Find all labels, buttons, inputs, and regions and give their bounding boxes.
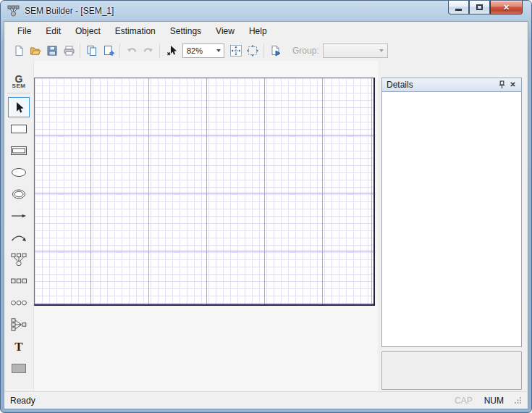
- menu-estimation[interactable]: Estimation: [108, 24, 163, 38]
- maximize-button[interactable]: [469, 1, 490, 14]
- tool-measurement-component[interactable]: [8, 249, 30, 270]
- gsem-logo: G SEM: [12, 74, 26, 89]
- pin-panel-button[interactable]: [497, 80, 507, 91]
- covariance-arc-icon: [10, 233, 28, 243]
- details-panel-header[interactable]: Details ✕: [381, 78, 522, 92]
- statusbar: Ready CAP NUM: [4, 391, 528, 409]
- window-controls: ✕: [448, 1, 523, 14]
- push-pin-icon: [498, 80, 506, 89]
- status-message: Ready: [10, 396, 35, 406]
- app-window: SEM Builder - [SEM_1] ✕ File Edit Object…: [0, 0, 532, 413]
- rectangle-icon: [10, 122, 28, 135]
- path-arrow-icon: [10, 212, 28, 220]
- copy-icon: [86, 45, 98, 57]
- close-panel-button[interactable]: ✕: [507, 80, 518, 91]
- new-button[interactable]: [10, 43, 27, 59]
- chevron-down-icon: [379, 49, 384, 52]
- tool-set-of-latent-variables[interactable]: [8, 184, 30, 204]
- menu-help[interactable]: Help: [242, 24, 274, 38]
- text-tool-icon: T: [14, 341, 22, 353]
- group-dropdown-button[interactable]: [376, 44, 387, 57]
- toolbar-separator: [119, 43, 120, 58]
- zoom-dropdown-button[interactable]: [213, 44, 224, 57]
- fit-canvas-icon: [246, 44, 259, 57]
- toolbar-separator: [80, 43, 80, 58]
- minimize-button[interactable]: [448, 1, 469, 14]
- tool-area[interactable]: [8, 358, 30, 378]
- undo-icon: [126, 45, 138, 57]
- menu-object[interactable]: Object: [68, 24, 108, 38]
- render-button[interactable]: [267, 43, 284, 59]
- fit-canvas-button[interactable]: [244, 43, 261, 59]
- pointer-button[interactable]: [163, 43, 180, 59]
- zoom-level-combo[interactable]: 82%: [182, 43, 224, 58]
- tool-text[interactable]: T: [8, 336, 30, 356]
- window-body: File Edit Object Estimation Settings Vie…: [4, 21, 528, 409]
- tool-latent-variable[interactable]: [8, 162, 30, 183]
- double-ellipse-icon: [10, 188, 28, 201]
- menu-settings[interactable]: Settings: [163, 24, 208, 38]
- diagram-canvas[interactable]: [34, 78, 375, 306]
- tool-path[interactable]: [8, 206, 30, 226]
- render-page-icon: [270, 45, 282, 57]
- open-button[interactable]: [27, 43, 43, 59]
- paste-add-button[interactable]: [100, 43, 117, 59]
- gsem-logo-line2: SEM: [12, 83, 26, 89]
- menu-view[interactable]: View: [208, 24, 242, 38]
- tool-latent-variables-set[interactable]: [8, 293, 30, 313]
- details-title: Details: [387, 80, 413, 90]
- minimize-icon: [455, 9, 462, 11]
- ellipse-icon: [10, 166, 28, 179]
- tool-observed-variables-set[interactable]: [8, 271, 30, 291]
- group-combo[interactable]: [323, 43, 388, 58]
- chevron-down-icon: [216, 49, 221, 52]
- tool-select[interactable]: [8, 97, 30, 117]
- open-folder-icon: [30, 45, 41, 57]
- copy-button[interactable]: [83, 43, 100, 59]
- paste-add-icon: [103, 45, 114, 57]
- fit-selection-icon: [229, 44, 242, 57]
- tool-covariance[interactable]: [8, 228, 30, 248]
- window-title: SEM Builder - [SEM_1]: [25, 6, 114, 16]
- measurement-component-icon: [10, 252, 28, 267]
- three-squares-icon: [10, 278, 28, 285]
- select-cursor-icon: [13, 101, 25, 114]
- toolbar-separator: [159, 43, 160, 58]
- toolbar: 82%: [4, 41, 528, 61]
- menu-edit[interactable]: Edit: [38, 24, 68, 38]
- redo-icon: [143, 45, 154, 57]
- details-content: [381, 92, 522, 347]
- maximize-icon: [476, 4, 483, 10]
- workspace: [33, 61, 378, 391]
- area-swatch-icon: [12, 364, 26, 373]
- menubar: File Edit Object Estimation Settings Vie…: [4, 22, 528, 41]
- printer-icon: [63, 45, 75, 57]
- menu-file[interactable]: File: [10, 24, 38, 38]
- tool-palette: G SEM: [4, 61, 33, 391]
- details-panel: Details ✕: [381, 78, 522, 390]
- main-area: G SEM: [4, 61, 528, 391]
- close-icon: ✕: [503, 4, 510, 12]
- group-label: Group:: [292, 46, 319, 56]
- undo-button[interactable]: [123, 43, 140, 59]
- save-disk-icon: [46, 45, 58, 57]
- new-file-icon: [13, 45, 25, 57]
- redo-button[interactable]: [140, 43, 156, 59]
- num-lock-indicator: NUM: [484, 396, 504, 406]
- tool-observed-variable[interactable]: [8, 119, 30, 139]
- pointer-cursor-icon: [166, 45, 177, 57]
- details-preview-box: [381, 351, 522, 390]
- resize-grip[interactable]: [514, 396, 522, 404]
- zoom-level-value: 82%: [183, 46, 213, 55]
- panel-close-icon: ✕: [510, 81, 515, 88]
- fit-selection-button[interactable]: [227, 43, 244, 59]
- tool-regression-component[interactable]: [8, 314, 30, 335]
- print-button[interactable]: [60, 43, 77, 59]
- toolbar-separator: [263, 43, 264, 58]
- tool-set-of-observed-variables[interactable]: [8, 141, 30, 161]
- palette-divider: [7, 93, 30, 93]
- save-button[interactable]: [43, 43, 60, 59]
- titlebar[interactable]: SEM Builder - [SEM_1] ✕: [4, 1, 528, 21]
- close-button[interactable]: ✕: [490, 1, 523, 14]
- sem-app-icon: [7, 5, 20, 17]
